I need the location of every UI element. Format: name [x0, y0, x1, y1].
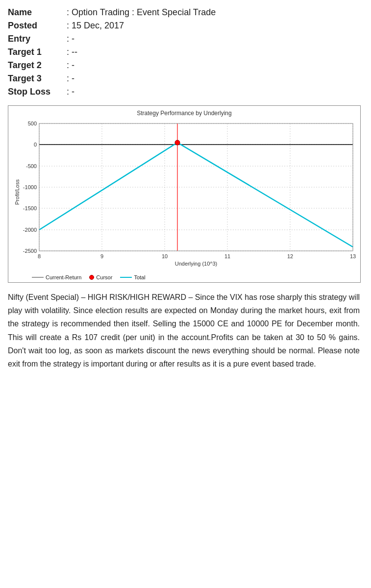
- svg-text:-500: -500: [26, 163, 37, 169]
- main-container: Name : Option Trading : Event Special Tr…: [0, 0, 368, 380]
- legend-current-return: Current-Return: [32, 274, 81, 280]
- target2-row: Target 2 : -: [8, 59, 360, 72]
- entry-value: : -: [67, 34, 74, 44]
- svg-text:9: 9: [100, 253, 103, 259]
- entry-row: Entry : -: [8, 32, 360, 46]
- svg-text:10: 10: [162, 253, 168, 259]
- svg-text:12: 12: [287, 253, 293, 259]
- legend-total: Total: [120, 274, 145, 280]
- svg-text:Profit/Loss: Profit/Loss: [14, 179, 20, 205]
- posted-row: Posted : 15 Dec, 2017: [8, 19, 360, 32]
- legend-cursor-label: Cursor: [96, 274, 112, 280]
- target1-row: Target 1 : --: [8, 46, 360, 59]
- chart-container: Strategy Performance by Underlying: [8, 105, 361, 283]
- legend-cursor: Cursor: [89, 274, 112, 280]
- svg-text:0: 0: [34, 142, 37, 147]
- svg-text:-1000: -1000: [23, 184, 37, 190]
- chart-svg: 500 0 -500 -1000 -1500 -2000 -2500 8 9 1…: [12, 119, 357, 270]
- name-value: : Option Trading : Event Special Trade: [67, 7, 216, 18]
- trade-description: Nifty (Event Special) – HIGH RISK/HIGH R…: [8, 291, 360, 370]
- chart-title: Strategy Performance by Underlying: [12, 110, 356, 117]
- svg-text:-1500: -1500: [23, 205, 37, 211]
- chart-legend: Current-Return Cursor Total: [12, 274, 356, 280]
- target3-value: : -: [67, 74, 74, 84]
- svg-point-15: [175, 140, 180, 145]
- svg-text:8: 8: [38, 253, 41, 259]
- target2-value: : -: [67, 60, 74, 71]
- stoploss-label: Stop Loss: [8, 87, 67, 97]
- target3-row: Target 3 : -: [8, 72, 360, 85]
- target2-label: Target 2: [8, 60, 67, 71]
- name-row: Name : Option Trading : Event Special Tr…: [8, 6, 360, 19]
- target3-label: Target 3: [8, 74, 67, 84]
- posted-label: Posted: [8, 21, 67, 31]
- legend-cursor-dot: [89, 275, 94, 280]
- svg-text:Underlying (10^3): Underlying (10^3): [175, 261, 217, 267]
- legend-current-return-label: Current-Return: [46, 274, 81, 280]
- legend-current-return-line: [32, 277, 44, 278]
- svg-text:11: 11: [224, 253, 230, 259]
- entry-label: Entry: [8, 34, 67, 44]
- legend-total-line: [120, 277, 132, 278]
- stoploss-row: Stop Loss : -: [8, 85, 360, 98]
- svg-text:-2000: -2000: [23, 227, 37, 233]
- name-label: Name: [8, 7, 67, 18]
- legend-total-label: Total: [134, 274, 145, 280]
- svg-text:500: 500: [28, 121, 37, 126]
- target1-label: Target 1: [8, 47, 67, 57]
- stoploss-value: : -: [67, 87, 74, 97]
- posted-value: : 15 Dec, 2017: [67, 21, 124, 31]
- svg-text:13: 13: [350, 253, 356, 259]
- target1-value: : --: [67, 47, 77, 57]
- svg-text:-2500: -2500: [23, 248, 37, 254]
- info-table: Name : Option Trading : Event Special Tr…: [8, 6, 360, 98]
